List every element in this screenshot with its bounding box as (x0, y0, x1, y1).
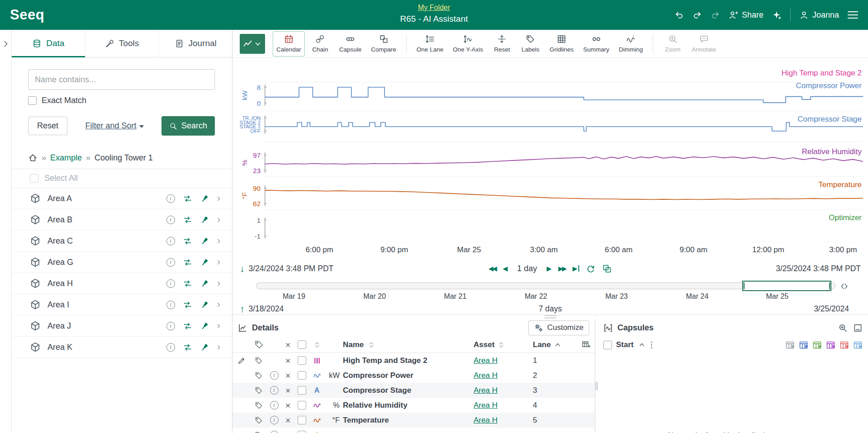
tag-icon[interactable] (255, 401, 263, 409)
user-menu[interactable]: Joanna (799, 10, 839, 20)
item-swap-icon[interactable] (183, 321, 192, 331)
asset-item-area-c[interactable]: Area Ci› (12, 231, 232, 252)
home-icon[interactable] (28, 153, 38, 163)
trend-plot-area[interactable] (265, 58, 863, 242)
step-forward-full-icon[interactable]: ▶▶ (558, 265, 566, 272)
remove-row-icon[interactable]: × (285, 416, 291, 425)
asset-item-area-a[interactable]: Area Ai› (12, 188, 232, 209)
row-checkbox[interactable] (298, 371, 306, 380)
item-expand-chevron[interactable]: › (217, 300, 220, 310)
item-swap-icon[interactable] (183, 300, 192, 310)
horizontal-splitter[interactable] (232, 315, 868, 319)
overview-selection-handle[interactable] (742, 281, 831, 291)
tag-icon[interactable] (255, 372, 263, 380)
capsule-column-icon[interactable] (812, 340, 822, 350)
capsule-column-icon[interactable] (785, 340, 795, 350)
investigate-duration[interactable]: 7 days (539, 304, 562, 314)
row-info-icon[interactable]: i (270, 431, 279, 433)
item-pin-icon[interactable] (200, 300, 209, 310)
item-swap-icon[interactable] (183, 236, 192, 246)
lane-column-header[interactable]: Lane (533, 340, 551, 349)
toolbar-zoom[interactable]: Zoom (659, 31, 686, 56)
item-swap-icon[interactable] (183, 258, 192, 267)
hamburger-menu-icon[interactable] (848, 11, 858, 19)
row-checkbox[interactable] (298, 416, 306, 424)
capsules-zoom-icon[interactable] (838, 323, 848, 333)
item-pin-icon[interactable] (200, 343, 209, 352)
asset-link[interactable]: Area H (474, 386, 498, 395)
start-sort-asc-icon[interactable] (638, 341, 646, 349)
breadcrumb-example[interactable]: Example (50, 153, 82, 163)
toolbar-gridlines[interactable]: Gridlines (546, 31, 577, 56)
sort-icon[interactable] (497, 341, 505, 349)
add-column-icon[interactable] (581, 340, 591, 349)
copy-time-range-icon[interactable] (602, 264, 612, 273)
asset-link[interactable]: Area H (474, 416, 498, 425)
capsules-select-all-checkbox[interactable] (603, 341, 612, 349)
reset-button[interactable]: Reset (28, 117, 67, 135)
redo-icon[interactable] (693, 10, 702, 20)
sort-icon[interactable] (367, 341, 375, 349)
breadcrumb-my-folder[interactable]: My Folder (418, 4, 450, 11)
asset-column-header[interactable]: Asset (474, 340, 494, 349)
row-checkbox[interactable] (298, 401, 306, 409)
details-row[interactable]: i×°FTemperatureArea H5 (232, 413, 595, 428)
item-swap-icon[interactable] (183, 194, 192, 203)
capsule-column-icon[interactable] (826, 340, 835, 350)
toolbar-compare[interactable]: Compare (367, 31, 400, 56)
labels-column-icon[interactable] (254, 340, 264, 349)
asset-item-area-h[interactable]: Area Hi› (12, 273, 232, 294)
tab-journal[interactable]: Journal (159, 30, 232, 57)
details-row[interactable]: i× (232, 428, 595, 433)
column-menu-dots-icon[interactable] (651, 341, 653, 348)
row-info-icon[interactable]: i (270, 371, 279, 380)
toolbar-capsule[interactable]: Capsule (336, 31, 365, 56)
step-back-icon[interactable]: ◀ (503, 265, 508, 272)
tag-icon[interactable] (255, 416, 263, 424)
seeq-logo[interactable]: Seeq (10, 7, 44, 23)
remove-row-icon[interactable]: × (285, 371, 291, 380)
customize-button[interactable]: Customize (528, 320, 589, 335)
asset-item-area-g[interactable]: Area Gi› (12, 252, 232, 273)
undo-icon[interactable] (674, 10, 684, 20)
item-info-icon[interactable]: i (166, 343, 175, 352)
toolbar-one-y-axis[interactable]: One Y-Axis (449, 31, 487, 56)
toolbar-annotate[interactable]: Annotate (688, 31, 720, 56)
item-pin-icon[interactable] (200, 321, 209, 331)
details-row[interactable]: i×ACompressor StageArea H3 (232, 383, 595, 398)
auto-update-icon[interactable] (586, 264, 596, 273)
display-type-dropdown[interactable] (240, 34, 265, 54)
tag-icon[interactable] (255, 431, 263, 433)
ai-sparkle-icon[interactable] (772, 10, 782, 20)
item-pin-icon[interactable] (200, 236, 209, 246)
asset-item-area-i[interactable]: Area Ii› (12, 294, 232, 315)
sort-asc-icon[interactable] (554, 341, 562, 349)
item-pin-icon[interactable] (200, 215, 209, 225)
remove-row-icon[interactable]: × (285, 401, 291, 410)
toolbar-summary[interactable]: Summary (579, 31, 613, 56)
item-swap-icon[interactable] (183, 279, 192, 288)
row-checkbox[interactable] (298, 356, 306, 365)
asset-link[interactable]: Area H (474, 371, 498, 380)
item-pin-icon[interactable] (200, 258, 209, 267)
item-pin-icon[interactable] (200, 279, 209, 288)
details-row[interactable]: i×%Relative HumidityArea H4 (232, 398, 595, 413)
asset-link[interactable]: Area H (474, 401, 498, 410)
tag-icon[interactable] (255, 386, 263, 395)
row-checkbox[interactable] (298, 386, 306, 395)
item-expand-chevron[interactable]: › (217, 236, 220, 246)
toolbar-reset[interactable]: Reset (489, 31, 515, 56)
item-swap-icon[interactable] (183, 343, 192, 352)
toolbar-dimming[interactable]: Dimming (615, 31, 646, 56)
duration-label[interactable]: 1 day (517, 264, 537, 273)
toolbar-calendar[interactable]: Calendar (273, 31, 305, 56)
tag-icon[interactable] (255, 357, 263, 365)
step-forward-icon[interactable]: ▶ (546, 265, 551, 272)
item-expand-chevron[interactable]: › (217, 278, 220, 288)
details-row[interactable]: i×kWCompressor PowerArea H2 (232, 368, 595, 383)
toolbar-chain[interactable]: Chain (307, 31, 333, 56)
details-row[interactable]: ×High Temp and Stage 2Area H1 (232, 353, 595, 368)
remove-all-icon[interactable]: × (285, 340, 291, 349)
vertical-splitter[interactable] (595, 319, 598, 433)
asset-item-area-b[interactable]: Area Bi› (12, 209, 232, 231)
